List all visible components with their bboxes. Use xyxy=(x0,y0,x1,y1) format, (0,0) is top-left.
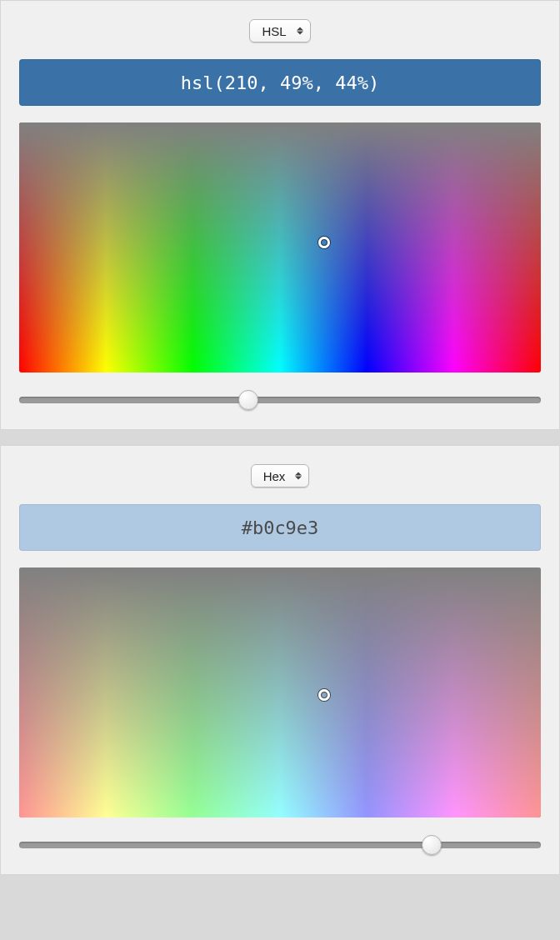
format-select[interactable]: Hex xyxy=(251,464,310,488)
saturation-overlay xyxy=(19,122,541,372)
color-field[interactable] xyxy=(19,568,541,818)
format-select-row: Hex xyxy=(19,464,541,488)
updown-icon xyxy=(295,472,302,480)
color-value-display: hsl(210, 49%, 44%) xyxy=(19,59,541,106)
slider-thumb[interactable] xyxy=(422,835,442,855)
lightness-slider[interactable] xyxy=(19,834,541,856)
format-select[interactable]: HSL xyxy=(249,19,310,42)
saturation-overlay xyxy=(19,568,541,818)
color-value-text: hsl(210, 49%, 44%) xyxy=(181,72,379,93)
slider-track xyxy=(19,842,541,848)
color-field[interactable] xyxy=(19,122,541,372)
color-value-display: #b0c9e3 xyxy=(19,504,541,551)
slider-track xyxy=(19,397,541,403)
lightness-slider[interactable] xyxy=(19,389,541,411)
updown-icon xyxy=(297,28,303,35)
format-select-row: HSL xyxy=(19,19,541,42)
color-value-text: #b0c9e3 xyxy=(242,518,319,538)
format-select-label: Hex xyxy=(263,469,286,483)
color-picker-panel-hsl: HSL hsl(210, 49%, 44%) xyxy=(0,0,560,430)
format-select-label: HSL xyxy=(262,24,286,38)
slider-thumb[interactable] xyxy=(238,390,258,410)
color-picker-panel-hex: Hex #b0c9e3 xyxy=(0,445,560,875)
